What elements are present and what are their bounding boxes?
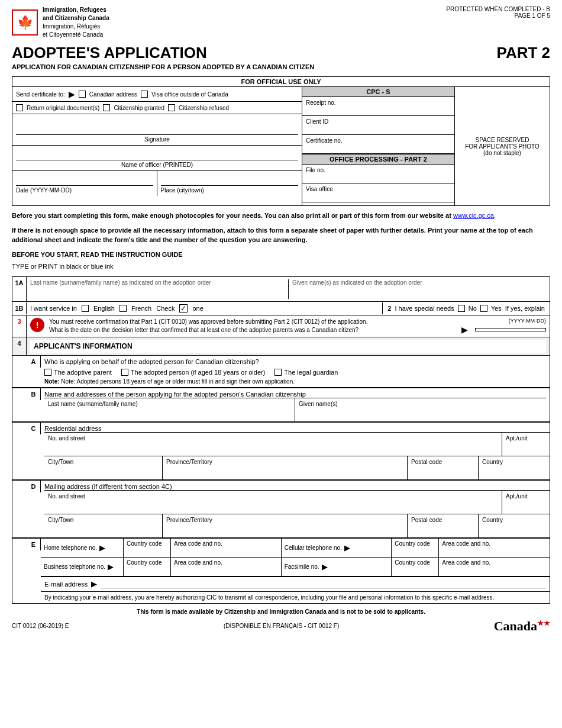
dept-en-line1: Immigration, Refugees [43,7,106,13]
q4c-apt-cell: Apt./unit [502,433,550,456]
special-needs-yes-checkbox[interactable] [480,305,487,312]
page-header: 🍁 Immigration, Refugees and Citizenship … [12,6,550,39]
facsimile-country-code-input[interactable] [395,566,435,574]
q4c-city-label: City/Town [48,459,159,465]
legal-guardian-checkbox[interactable] [274,369,282,376]
q3-arrow-date: ▶ [461,325,546,334]
q4c-apt-input[interactable] [506,443,546,453]
email-input[interactable] [101,579,546,589]
french-label: French [131,305,151,312]
date-label: Date (YYYY-MM-DD) [16,185,153,194]
q4d-prov-cell: Province/Territory [163,514,408,537]
form-sections: 1A Last name (surname/family name) as in… [12,276,550,604]
visa-outside-checkbox[interactable] [141,91,148,98]
canadian-address-label: Canadian address [89,91,137,98]
q4d-city-input[interactable] [48,524,159,535]
part-label: PART 2 [496,44,550,62]
business-country-code-cell: Country code [124,558,171,576]
q4d-street-row: No. and street Apt./unit [44,490,550,514]
adopted-person-label: The adopted person (if aged 18 years or … [131,369,265,376]
q3-date-section: (YYYY-MM-DD) ▶ [461,318,546,334]
q3-date-field[interactable] [475,328,546,331]
row-4-header-content: APPLICANT'S INFORMATION [27,337,550,355]
business-area-no-input[interactable] [174,566,278,574]
facsimile-area-no-label: Area code and no. [442,559,547,566]
home-area-no-input[interactable] [174,547,278,555]
legal-guardian-option: The legal guardian [274,369,338,376]
cellular-country-code-input[interactable] [395,547,435,555]
q4a-label: Who is applying on behalf of the adopted… [44,358,546,365]
q4c-street-input[interactable] [48,443,498,453]
q4d-label: Mailing address (if different from secti… [44,483,550,490]
adopted-person-option: The adopted person (if aged 18 years or … [121,369,265,376]
q4a-note: Note: Note: Adopted persons 18 years of … [44,378,546,385]
q4d-apt-label: Apt./unit [506,493,546,500]
q4b-last-name-input[interactable] [48,408,291,419]
q4d-city-cell: City/Town [44,514,163,537]
dept-en-line2: and Citizenship Canada [43,15,109,21]
official-use-grid: Send certificate to: ▶ Canadian address … [12,87,550,205]
adopted-person-checkbox[interactable] [121,369,128,376]
q4d-city-row: City/Town Province/Territory Postal code… [44,514,550,537]
sub-row-b: B Name and addresses of the person apply… [12,388,550,422]
sub-row-c: C Residential address No. and street Apt… [12,422,550,480]
return-original-checkbox[interactable] [16,104,23,111]
business-arrow-icon: ▶ [108,562,114,571]
return-row: Return original document(s) Citizenship … [12,102,302,114]
q4a-note-text: Note: Adopted persons 18 years of age or… [61,378,295,385]
sub-letter-d: D [27,481,41,492]
dept-fr-line2: et Citoyenneté Canada [43,31,103,38]
cpc-header: CPC - S [302,87,454,97]
canadian-address-checkbox[interactable] [79,91,86,98]
given-name-field[interactable] [292,287,546,299]
special-needs-no-checkbox[interactable] [458,305,465,312]
check-mark-icon: ✓ [179,304,188,313]
photo-space: SPACE RESERVEDFOR APPLICANT'S PHOTO(do n… [455,87,550,205]
facsimile-country-code-cell: Country code [392,558,439,576]
home-country-code-input[interactable] [127,547,167,555]
q4d-apt-input[interactable] [506,501,546,511]
signature-area: Signature [12,114,302,146]
q4c-prov-cell: Province/Territory [163,456,408,479]
q4b-given-name-input[interactable] [299,408,542,419]
citizenship-granted-checkbox[interactable] [103,104,110,111]
sub-content-c: Residential address No. and street Apt./… [41,423,550,479]
sub-row-e: E Home telephone no. ▶ Country code Area… [12,538,550,603]
q4d-country-label: Country [482,517,546,523]
row-num-4: 4 [12,337,27,355]
q3-date-label: (YYYY-MM-DD) [509,318,546,324]
last-name-field[interactable] [30,287,288,299]
cellular-country-code-cell: Country code [392,539,439,557]
service-label: I want service in [30,305,77,312]
row-3-text: You must receive confirmation that Part … [49,318,457,334]
q4d-country-input[interactable] [482,524,546,535]
client-id-field: Client ID [302,116,454,135]
facsimile-area-no-input[interactable] [442,566,547,574]
place-cell: Place (city/town) [157,171,302,196]
website-link[interactable]: www.cic.gc.ca [453,212,494,219]
citizenship-refused-checkbox[interactable] [168,104,175,111]
q4d-street-input[interactable] [48,501,498,511]
q4c-prov-input[interactable] [166,466,403,477]
email-arrow-icon: ▶ [91,579,97,588]
sub-letter-c: C [27,423,41,434]
q4c-city-input[interactable] [48,466,159,477]
visa-outside-label: Visa office outside of Canada [151,91,228,98]
q4c-country-input[interactable] [482,466,546,477]
french-checkbox[interactable] [119,305,127,312]
visa-office-label: Visa office [306,186,333,192]
business-area-no-label: Area code and no. [174,559,278,566]
q4d-prov-input[interactable] [166,524,403,535]
q4d-street-cell: No. and street [44,491,502,514]
cellular-area-no-input[interactable] [442,547,547,555]
home-phone-label: Home telephone no. [44,545,97,551]
given-name-label: Given name(s) as indicated on the adopti… [292,279,546,286]
adoptive-parent-checkbox[interactable] [44,369,51,376]
q4d-postal-input[interactable] [411,524,474,535]
before-start-section: BEFORE YOU START, READ THE INSTRUCTION G… [12,250,550,272]
business-country-code-input[interactable] [127,566,167,574]
q4c-label: Residential address [44,425,550,432]
q4c-postal-input[interactable] [411,466,474,477]
q4b-last-name-cell: Last name (surname/family name) [44,398,295,421]
english-checkbox[interactable] [82,305,89,312]
